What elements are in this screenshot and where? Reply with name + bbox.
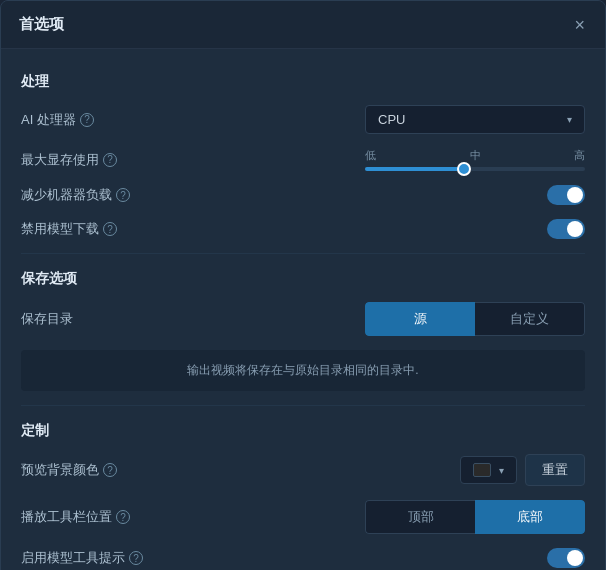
- color-swatch: [473, 463, 491, 477]
- save-options-section-title: 保存选项: [21, 270, 585, 288]
- customize-section-title: 定制: [21, 422, 585, 440]
- disable-download-toggle[interactable]: [547, 219, 585, 239]
- ai-processor-select[interactable]: CPU ▾: [365, 105, 585, 134]
- save-dir-custom-btn[interactable]: 自定义: [475, 302, 585, 336]
- color-picker-row: ▾ 重置: [460, 454, 585, 486]
- save-dir-label: 保存目录: [21, 310, 151, 328]
- ai-processor-control: CPU ▾: [151, 105, 585, 134]
- save-dir-row: 保存目录 源 自定义: [21, 302, 585, 336]
- reduce-load-row: 减少机器器负载 ?: [21, 185, 585, 205]
- memory-slider-container: 低 中 高: [151, 148, 585, 171]
- section-divider-1: [21, 253, 585, 254]
- model-tooltip-control: [151, 548, 585, 568]
- preview-bg-label: 预览背景颜色 ?: [21, 461, 151, 479]
- dialog-body: 处理 AI 处理器 ? CPU ▾ 最大显存使用 ?: [1, 49, 605, 570]
- max-memory-help-icon[interactable]: ?: [103, 153, 117, 167]
- toolbar-position-help-icon[interactable]: ?: [116, 510, 130, 524]
- preview-bg-row: 预览背景颜色 ? ▾ 重置: [21, 454, 585, 486]
- preferences-dialog: 首选项 × 处理 AI 处理器 ? CPU ▾ 最大显存使用 ?: [0, 0, 606, 570]
- toolbar-position-row: 播放工具栏位置 ? 顶部 底部: [21, 500, 585, 534]
- ai-processor-help-icon[interactable]: ?: [80, 113, 94, 127]
- reduce-load-help-icon[interactable]: ?: [116, 188, 130, 202]
- toolbar-position-control: 顶部 底部: [151, 500, 585, 534]
- slider-labels: 低 中 高: [365, 148, 585, 163]
- ai-processor-label: AI 处理器 ?: [21, 111, 151, 129]
- model-tooltip-toggle-thumb: [567, 550, 583, 566]
- reduce-load-toggle-thumb: [567, 187, 583, 203]
- save-info-box: 输出视频将保存在与原始目录相同的目录中.: [21, 350, 585, 391]
- reduce-load-toggle[interactable]: [547, 185, 585, 205]
- ai-processor-chevron-icon: ▾: [567, 114, 572, 125]
- toolbar-bottom-btn[interactable]: 底部: [475, 500, 585, 534]
- section-divider-2: [21, 405, 585, 406]
- dialog-title: 首选项: [19, 15, 64, 34]
- slider-thumb[interactable]: [457, 162, 471, 176]
- reduce-load-label: 减少机器器负载 ?: [21, 186, 151, 204]
- model-tooltip-label: 启用模型工具提示 ?: [21, 549, 151, 567]
- toolbar-position-btn-group: 顶部 底部: [365, 500, 585, 534]
- memory-slider-track[interactable]: [365, 167, 585, 171]
- reduce-load-control: [151, 185, 585, 205]
- max-memory-control: 低 中 高: [151, 148, 585, 171]
- reset-color-button[interactable]: 重置: [525, 454, 585, 486]
- max-memory-label: 最大显存使用 ?: [21, 151, 151, 169]
- disable-download-label: 禁用模型下载 ?: [21, 220, 151, 238]
- model-tooltip-row: 启用模型工具提示 ?: [21, 548, 585, 568]
- save-dir-btn-group: 源 自定义: [365, 302, 585, 336]
- processing-section-title: 处理: [21, 73, 585, 91]
- model-tooltip-toggle[interactable]: [547, 548, 585, 568]
- dialog-header: 首选项 ×: [1, 1, 605, 49]
- disable-download-toggle-thumb: [567, 221, 583, 237]
- disable-download-help-icon[interactable]: ?: [103, 222, 117, 236]
- disable-download-control: [151, 219, 585, 239]
- close-button[interactable]: ×: [572, 16, 587, 34]
- slider-fill: [365, 167, 464, 171]
- color-select-chevron-icon: ▾: [499, 465, 504, 476]
- toolbar-position-label: 播放工具栏位置 ?: [21, 508, 151, 526]
- toolbar-top-btn[interactable]: 顶部: [365, 500, 475, 534]
- color-select[interactable]: ▾: [460, 456, 517, 484]
- max-memory-row: 最大显存使用 ? 低 中 高: [21, 148, 585, 171]
- ai-processor-row: AI 处理器 ? CPU ▾: [21, 105, 585, 134]
- save-dir-control: 源 自定义: [151, 302, 585, 336]
- model-tooltip-help-icon[interactable]: ?: [129, 551, 143, 565]
- save-dir-source-btn[interactable]: 源: [365, 302, 475, 336]
- preview-bg-control: ▾ 重置: [151, 454, 585, 486]
- disable-download-row: 禁用模型下载 ?: [21, 219, 585, 239]
- preview-bg-help-icon[interactable]: ?: [103, 463, 117, 477]
